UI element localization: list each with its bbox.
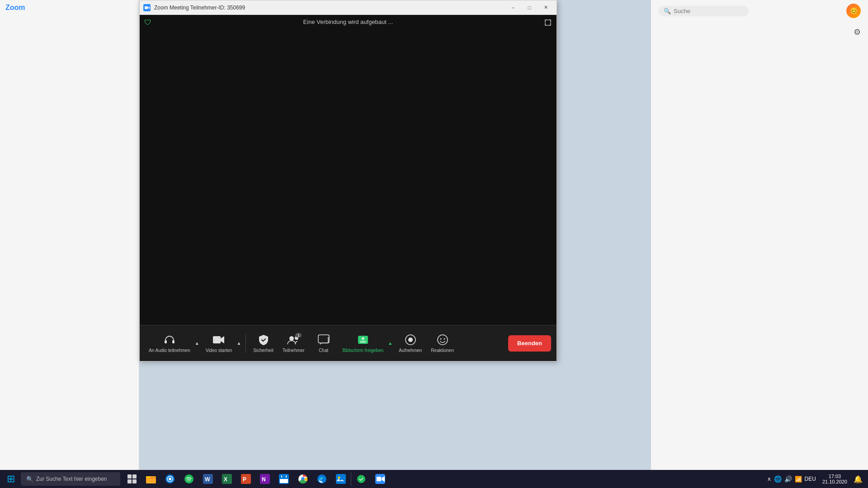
minimize-button[interactable]: − bbox=[506, 3, 520, 12]
search-input[interactable] bbox=[674, 8, 737, 14]
clock-date: 21.10.2020 bbox=[822, 479, 847, 484]
share-icon bbox=[357, 333, 369, 346]
excel-button[interactable]: X bbox=[218, 470, 236, 488]
reactions-label: Reaktionen bbox=[431, 348, 454, 353]
share-caret[interactable]: ▲ bbox=[387, 341, 393, 346]
network-icon: 🌐 bbox=[774, 475, 782, 483]
zoom-header: Zoom bbox=[0, 0, 139, 15]
audio-label: An Audio teilnehmen bbox=[149, 348, 190, 353]
windows-security-btn[interactable] bbox=[352, 470, 370, 488]
wifi-icon: 📶 bbox=[795, 476, 802, 483]
edge-button[interactable] bbox=[313, 470, 331, 488]
chat-button[interactable]: Chat bbox=[310, 331, 337, 356]
svg-text:X: X bbox=[224, 476, 227, 483]
tray-arrow[interactable]: ∧ bbox=[767, 476, 771, 482]
camera-icon bbox=[212, 333, 225, 346]
language-region: DEU bbox=[805, 476, 816, 482]
zoom-right-panel: 🔍 😊 ⚙ bbox=[651, 0, 868, 471]
close-button[interactable]: ✕ bbox=[538, 3, 553, 12]
participants-button[interactable]: 1 Teilnehmer bbox=[279, 331, 308, 356]
svg-point-42 bbox=[357, 475, 365, 483]
calendar-button[interactable] bbox=[275, 470, 293, 488]
svg-point-40 bbox=[338, 477, 340, 479]
svg-rect-15 bbox=[127, 479, 132, 483]
notifications-icon[interactable]: 🔔 bbox=[854, 475, 863, 483]
security-label: Sicherheit bbox=[253, 348, 273, 353]
svg-rect-39 bbox=[336, 474, 346, 484]
taskbar-search-placeholder: Zur Suche Text hier eingeben bbox=[36, 476, 107, 482]
search-wrapper[interactable]: 🔍 bbox=[658, 6, 749, 16]
end-button[interactable]: Beenden bbox=[508, 335, 551, 352]
video-area bbox=[140, 15, 557, 325]
reactions-icon bbox=[436, 333, 449, 346]
expand-button[interactable] bbox=[544, 19, 552, 27]
record-icon bbox=[404, 333, 417, 346]
headphone-icon bbox=[163, 333, 176, 346]
taskbar-apps: W X P N bbox=[123, 470, 389, 488]
share-button[interactable]: Bildschirm freigeben bbox=[339, 331, 387, 356]
svg-rect-33 bbox=[280, 477, 288, 479]
taskbar: ⊞ 🔍 Zur Suche Text hier eingeben bbox=[0, 470, 868, 488]
meeting-window: Zoom Meeting Teilnehmer-ID: 350699 − □ ✕… bbox=[139, 0, 557, 361]
language-label: DEU bbox=[805, 476, 816, 482]
svg-point-12 bbox=[443, 338, 445, 340]
svg-rect-16 bbox=[132, 479, 137, 483]
security-icon bbox=[257, 333, 270, 346]
svg-point-11 bbox=[440, 338, 441, 340]
system-tray: ∧ 🌐 🔊 📶 bbox=[767, 475, 802, 483]
connection-status: Eine Verbindung wird aufgebaut ... bbox=[303, 19, 393, 25]
volume-icon[interactable]: 🔊 bbox=[784, 475, 792, 483]
maximize-button[interactable]: □ bbox=[522, 3, 537, 12]
spotify-button[interactable] bbox=[180, 470, 198, 488]
zoom-window-icon bbox=[143, 4, 151, 11]
meeting-top-bar: 🛡 Eine Verbindung wird aufgebaut ... bbox=[140, 15, 557, 29]
svg-rect-1 bbox=[145, 6, 148, 9]
svg-point-21 bbox=[169, 478, 171, 480]
video-group: Video starten ▲ bbox=[202, 331, 242, 356]
taskbar-search[interactable]: 🔍 Zur Suche Text hier eingeben bbox=[21, 472, 120, 486]
svg-rect-14 bbox=[132, 474, 137, 479]
video-caret[interactable]: ▲ bbox=[236, 341, 242, 346]
participants-count: 1 bbox=[295, 333, 302, 338]
clock-time: 17:03 bbox=[829, 474, 841, 479]
taskbar-right: ∧ 🌐 🔊 📶 DEU 17:03 21.10.2020 🔔 bbox=[767, 474, 866, 484]
svg-text:N: N bbox=[262, 476, 266, 483]
participants-icon: 1 bbox=[287, 333, 300, 346]
onenote-button[interactable]: N bbox=[256, 470, 274, 488]
video-button[interactable]: Video starten bbox=[202, 331, 236, 356]
svg-rect-7 bbox=[318, 335, 329, 343]
audio-caret[interactable]: ▲ bbox=[194, 341, 200, 346]
window-controls: − □ ✕ bbox=[506, 3, 553, 12]
audio-button[interactable]: An Audio teilnehmen bbox=[145, 331, 194, 356]
security-button[interactable]: Sicherheit bbox=[250, 331, 277, 356]
record-button[interactable]: Aufnehmen bbox=[395, 331, 425, 356]
photos-button[interactable] bbox=[332, 470, 350, 488]
share-label: Bildschirm freigeben bbox=[343, 348, 384, 353]
chat-label: Chat bbox=[319, 348, 328, 353]
zoom-logo: Zoom bbox=[5, 4, 25, 12]
meeting-content: 🛡 Eine Verbindung wird aufgebaut ... bbox=[140, 15, 557, 361]
chrome-button[interactable] bbox=[294, 470, 312, 488]
taskbar-divider-btn bbox=[351, 472, 351, 486]
svg-text:P: P bbox=[243, 476, 246, 483]
explorer-button[interactable] bbox=[142, 470, 160, 488]
svg-rect-3 bbox=[172, 340, 175, 343]
svg-point-9 bbox=[408, 338, 413, 342]
settings-icon[interactable]: ⚙ bbox=[854, 27, 861, 37]
powerpoint-button[interactable]: P bbox=[237, 470, 255, 488]
taskbar-clock: 17:03 21.10.2020 bbox=[819, 474, 851, 484]
avatar[interactable]: 😊 bbox=[846, 4, 861, 18]
reactions-button[interactable]: Reaktionen bbox=[427, 331, 458, 356]
title-bar: Zoom Meeting Teilnehmer-ID: 350699 − □ ✕ bbox=[140, 0, 557, 15]
word-button[interactable]: W bbox=[199, 470, 217, 488]
divider-1 bbox=[245, 334, 246, 352]
zoom-taskbar-button[interactable] bbox=[371, 470, 389, 488]
cortana-button[interactable] bbox=[161, 470, 179, 488]
zoom-search-bar: 🔍 😊 bbox=[651, 0, 868, 22]
svg-text:W: W bbox=[205, 476, 210, 483]
taskbar-search-icon: 🔍 bbox=[26, 476, 33, 483]
taskview-button[interactable] bbox=[123, 470, 141, 488]
svg-rect-44 bbox=[377, 477, 381, 481]
svg-rect-2 bbox=[165, 340, 167, 343]
start-button[interactable]: ⊞ bbox=[2, 470, 20, 488]
